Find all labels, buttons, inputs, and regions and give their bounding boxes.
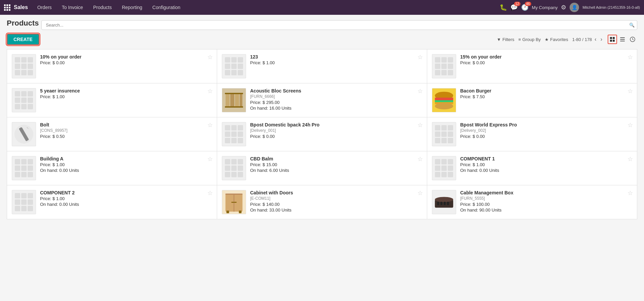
product-price: Price: $ 0.00 <box>460 60 632 65</box>
favorites-label: Favorites <box>550 37 568 42</box>
product-favorite-button[interactable]: ☆ <box>628 189 633 197</box>
nav-products[interactable]: Products <box>89 0 116 15</box>
product-price: Price: $ 1.00 <box>40 196 212 201</box>
product-name: Cable Management Box <box>460 190 632 195</box>
product-favorite-button[interactable]: ☆ <box>207 87 213 95</box>
product-info: Bpost World Express Pro[Delivery_002]Pri… <box>460 122 632 140</box>
create-button[interactable]: CREATE <box>7 34 39 45</box>
page-title: Products <box>7 19 39 28</box>
product-favorite-button[interactable]: ☆ <box>207 155 213 163</box>
svg-rect-18 <box>435 100 453 102</box>
product-favorite-button[interactable]: ☆ <box>417 189 423 197</box>
search-input[interactable] <box>41 20 637 30</box>
product-info: Building APrice: $ 1.00On hand: 0.00 Uni… <box>40 156 212 173</box>
product-price: Price: $ 15.00 <box>250 162 422 167</box>
clock-badge: 46 <box>525 2 531 6</box>
product-info: Bpost Domestic bpack 24h Pro[Delivery_00… <box>250 122 422 140</box>
product-price: Price: $ 140.00 <box>250 202 422 207</box>
nav-orders[interactable]: Orders <box>33 0 56 15</box>
product-card[interactable]: COMPONENT 2Price: $ 1.00On hand: 0.00 Un… <box>7 185 217 219</box>
brand[interactable]: Sales <box>4 4 28 11</box>
product-card[interactable]: 10% on your orderPrice: $ 0.00☆ <box>7 49 217 83</box>
product-card[interactable]: Bolt[CONS_89957]Price: $ 0.50☆ <box>7 117 217 151</box>
product-favorite-button[interactable]: ☆ <box>628 121 633 129</box>
product-card[interactable]: Bacon BurgerPrice: $ 7.50☆ <box>427 83 637 117</box>
page-header-row: Products 🔍 <box>7 19 637 31</box>
kanban-view-button[interactable] <box>608 35 617 44</box>
group-by-button[interactable]: ≡ Group By <box>518 37 541 42</box>
main-content: Products 🔍 CREATE ▼ Filters ≡ Group By ★… <box>0 15 644 223</box>
product-favorite-button[interactable]: ☆ <box>417 87 423 95</box>
product-price: Price: $ 0.00 <box>460 134 632 139</box>
product-thumbnail-placeholder <box>12 156 36 180</box>
product-info: 5 yeaer insurencePrice: $ 1.00 <box>40 88 212 100</box>
svg-rect-15 <box>225 106 243 108</box>
product-favorite-button[interactable]: ☆ <box>207 53 213 61</box>
filters-button[interactable]: ▼ Filters <box>497 37 514 42</box>
product-stock: On hand: 6.00 Units <box>250 168 422 173</box>
product-name: 10% on your order <box>40 54 212 60</box>
user-name[interactable]: Mitchell Admin (21451359-16-0-all) <box>582 5 640 9</box>
product-price: Price: $ 0.00 <box>40 60 212 65</box>
product-card[interactable]: Cable Management Box[FURN_5555]Price: $ … <box>427 185 637 219</box>
list-view-button[interactable] <box>618 35 627 44</box>
nav-to-invoice[interactable]: To Invoice <box>58 0 87 15</box>
product-stock: On hand: 0.00 Units <box>40 168 212 173</box>
next-page-button[interactable]: › <box>599 36 604 43</box>
activity-icon <box>630 37 635 42</box>
product-thumbnail <box>12 122 36 146</box>
search-icon: 🔍 <box>629 23 635 28</box>
product-favorite-button[interactable]: ☆ <box>207 121 213 129</box>
product-favorite-button[interactable]: ☆ <box>628 87 633 95</box>
product-favorite-button[interactable]: ☆ <box>207 189 213 197</box>
chat-icon[interactable]: 💬 12 <box>510 4 518 11</box>
product-thumbnail <box>432 88 456 112</box>
svg-rect-11 <box>230 93 234 107</box>
product-name: Cabinet with Doors <box>250 190 422 195</box>
product-card[interactable]: Cabinet with Doors[E-COM11]Price: $ 140.… <box>217 185 427 219</box>
bug-icon[interactable]: 🐛 <box>500 4 507 11</box>
product-favorite-button[interactable]: ☆ <box>417 53 423 61</box>
product-card[interactable]: 123Price: $ 1.00☆ <box>217 49 427 83</box>
product-price: Price: $ 7.50 <box>460 94 632 99</box>
product-thumbnail-placeholder <box>222 122 246 146</box>
product-card[interactable]: CBD BalmPrice: $ 15.00On hand: 6.00 Unit… <box>217 151 427 185</box>
product-favorite-button[interactable]: ☆ <box>628 53 633 61</box>
clock-icon[interactable]: 🕐 46 <box>521 4 529 11</box>
svg-rect-34 <box>437 202 439 205</box>
svg-rect-17 <box>435 98 453 100</box>
product-name: 5 yeaer insurence <box>40 88 212 93</box>
user-avatar[interactable]: 👤 <box>570 3 579 12</box>
product-favorite-button[interactable]: ☆ <box>417 121 423 129</box>
settings-icon[interactable]: ⚙ <box>561 4 566 11</box>
product-card[interactable]: Acoustic Bloc Screens[FURN_6666]Price: $… <box>217 83 427 117</box>
nav-configuration[interactable]: Configuration <box>148 0 184 15</box>
product-card[interactable]: Bpost Domestic bpack 24h Pro[Delivery_00… <box>217 117 427 151</box>
company-selector[interactable]: My Company <box>532 5 558 10</box>
apps-icon[interactable] <box>4 4 10 11</box>
product-card[interactable]: 15% on your orderPrice: $ 0.00☆ <box>427 49 637 83</box>
product-info: Acoustic Bloc Screens[FURN_6666]Price: $… <box>250 88 422 111</box>
prev-page-button[interactable]: ‹ <box>593 36 598 43</box>
svg-rect-28 <box>231 202 234 203</box>
product-ref: [CONS_89957] <box>40 128 212 133</box>
product-name: Building A <box>40 156 212 161</box>
product-card[interactable]: Bpost World Express Pro[Delivery_002]Pri… <box>427 117 637 151</box>
products-grid-container: 10% on your orderPrice: $ 0.00☆123Price:… <box>7 49 637 219</box>
svg-point-33 <box>435 197 453 202</box>
svg-rect-4 <box>620 37 625 38</box>
clock-view-button[interactable] <box>628 35 637 44</box>
product-thumbnail-placeholder <box>222 54 246 78</box>
svg-rect-37 <box>447 202 449 205</box>
favorites-button[interactable]: ★ Favorites <box>545 37 568 42</box>
product-favorite-button[interactable]: ☆ <box>417 155 423 163</box>
svg-rect-12 <box>235 93 239 107</box>
navbar: Sales Orders To Invoice Products Reporti… <box>0 0 644 15</box>
product-card[interactable]: Building APrice: $ 1.00On hand: 0.00 Uni… <box>7 151 217 185</box>
product-card[interactable]: 5 yeaer insurencePrice: $ 1.00☆ <box>7 83 217 117</box>
product-favorite-button[interactable]: ☆ <box>628 155 633 163</box>
filter-icon: ▼ <box>497 37 501 42</box>
nav-reporting[interactable]: Reporting <box>118 0 146 15</box>
product-card[interactable]: COMPONENT 1Price: $ 1.00On hand: 0.00 Un… <box>427 151 637 185</box>
product-stock: On hand: 0.00 Units <box>460 168 632 173</box>
